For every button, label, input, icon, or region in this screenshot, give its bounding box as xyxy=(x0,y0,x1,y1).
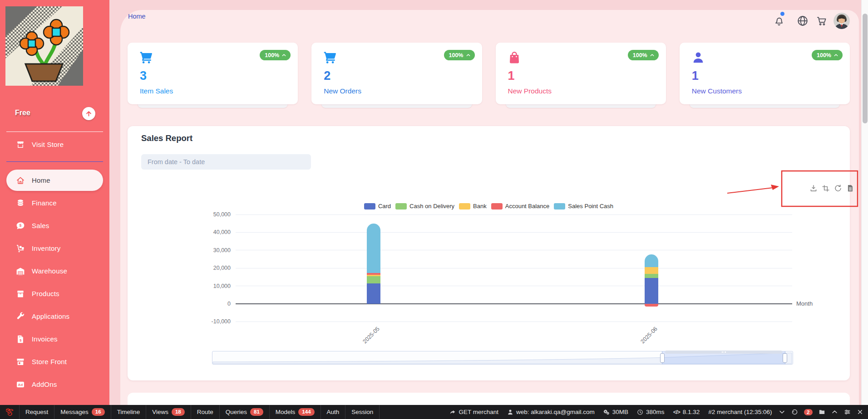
sidebar-item-invoices[interactable]: $Invoices xyxy=(6,328,103,350)
sidebar-item-label: Home xyxy=(32,176,50,184)
caret-up-icon xyxy=(833,53,838,58)
bell-icon[interactable] xyxy=(773,15,785,27)
folder-icon[interactable] xyxy=(819,409,825,415)
bar-2025-05-sales-point-cash[interactable] xyxy=(367,224,380,273)
data-zoom-slider[interactable] xyxy=(212,351,793,365)
debugbar-tab-label: Queries xyxy=(226,409,247,415)
pixel-flower-logo xyxy=(5,6,83,86)
percent-badge-label: 100% xyxy=(449,52,464,58)
legend-item-sales-point-cash[interactable]: Sales Point Cash xyxy=(554,203,613,210)
stat-card[interactable]: 100%1New Customers xyxy=(680,43,850,104)
sidebar-item-applications[interactable]: Applications xyxy=(6,306,103,327)
sidebar-item-label: Finance xyxy=(32,199,57,207)
bar-2025-06-card[interactable] xyxy=(645,278,658,304)
zoom-handle-left[interactable] xyxy=(660,353,665,363)
history-icon[interactable] xyxy=(791,409,798,415)
debugbar-tab-request[interactable]: Request xyxy=(20,405,54,419)
percent-badge: 100% xyxy=(444,50,475,60)
zoom-window-grip[interactable] xyxy=(665,351,782,354)
data-zoom-icon[interactable] xyxy=(822,184,830,192)
debugbar-tab-label: Messages xyxy=(60,409,89,415)
history-count-badge: 2 xyxy=(804,409,813,415)
code-icon: </> xyxy=(673,409,680,415)
sidebar-item-store-front[interactable]: Store Front xyxy=(6,351,103,372)
status-30mb[interactable]: 30MB xyxy=(603,409,628,415)
percent-badge: 100% xyxy=(260,50,291,60)
sidebar-item-visit-store[interactable]: Visit Store xyxy=(0,134,109,155)
chevron-up-icon[interactable] xyxy=(831,409,838,415)
sidebar-item-home[interactable]: Home xyxy=(6,170,103,191)
debugbar-tab-queries[interactable]: Queries81 xyxy=(220,405,270,419)
cart-icon xyxy=(139,51,153,64)
stat-card[interactable]: 100%3Item Sales xyxy=(128,43,298,104)
sidebar-item-sales[interactable]: $Sales xyxy=(6,215,103,236)
status-380ms[interactable]: 380ms xyxy=(637,409,665,415)
zoom-window[interactable] xyxy=(662,351,785,364)
debugbar-tab-timeline[interactable]: Timeline xyxy=(111,405,147,419)
close-icon[interactable] xyxy=(857,409,863,415)
chevron-down-icon[interactable] xyxy=(779,409,785,415)
bar-2025-05-account-balance[interactable] xyxy=(367,273,380,275)
percent-badge-label: 100% xyxy=(633,52,647,58)
debugbar-tab-route[interactable]: Route xyxy=(191,405,220,419)
stat-value: 1 xyxy=(508,69,515,83)
legend-item-account-balance[interactable]: Account Balance xyxy=(491,203,550,210)
sidebar-item-inventory[interactable]: Inventory xyxy=(6,238,103,259)
download-icon[interactable] xyxy=(809,184,818,192)
bar-2025-05-cash-on-delivery[interactable] xyxy=(367,276,380,283)
legend-item-bank[interactable]: Bank xyxy=(459,203,487,210)
count-badge: 16 xyxy=(92,408,105,416)
upgrade-button[interactable] xyxy=(82,107,95,120)
debugbar-tab-session[interactable]: Session xyxy=(345,405,380,419)
debugbar-tab-auth[interactable]: Auth xyxy=(321,405,346,419)
data-view-icon[interactable] xyxy=(846,184,854,192)
count-badge: 144 xyxy=(298,408,314,416)
bar-2025-06-bank[interactable] xyxy=(645,267,658,274)
stat-card[interactable]: 100%2New Orders xyxy=(311,43,482,104)
status-get-merchant[interactable]: GET merchant xyxy=(449,409,498,415)
sidebar-item-products[interactable]: Products xyxy=(6,283,103,304)
bar-2025-05-bank[interactable] xyxy=(367,275,380,276)
avatar-image xyxy=(833,13,850,29)
legend-item-cash-on-delivery[interactable]: Cash on Delivery xyxy=(395,203,454,210)
svg-text:$: $ xyxy=(19,223,21,228)
bar-2025-06-account-balance[interactable] xyxy=(645,304,658,307)
legend-swatch xyxy=(395,203,407,210)
sliders-icon[interactable] xyxy=(844,409,851,415)
zoom-handle-right[interactable] xyxy=(783,353,787,363)
sidebar-item-addons[interactable]: AdAddOns xyxy=(6,374,103,395)
legend-swatch xyxy=(554,203,565,210)
debugbar-tab-views[interactable]: Views18 xyxy=(146,405,191,419)
status-label: web: alkaraki.qa@gmail.com xyxy=(516,409,595,415)
restore-icon[interactable] xyxy=(834,184,842,192)
date-range-input[interactable] xyxy=(141,154,311,170)
debugbar-tab-models[interactable]: Models144 xyxy=(270,405,321,419)
stat-label: New Orders xyxy=(324,87,361,95)
stat-card[interactable]: 100%1New Products xyxy=(496,43,666,104)
comment-dollar-icon: $ xyxy=(16,221,25,230)
bar-2025-05-card[interactable] xyxy=(367,283,380,304)
cart-icon[interactable] xyxy=(816,15,828,27)
debugbar-tab-label: Auth xyxy=(327,409,340,415)
sidebar-item-finance[interactable]: Finance xyxy=(6,192,103,214)
legend-item-card[interactable]: Card xyxy=(364,203,391,210)
breadcrumb[interactable]: Home xyxy=(128,13,146,20)
status-web-alkaraki-qa-gmail-com[interactable]: web: alkaraki.qa@gmail.com xyxy=(507,409,595,415)
stat-card-new-customers: 100%1New Customers xyxy=(680,43,850,104)
debugbar-tab-messages[interactable]: Messages16 xyxy=(54,405,111,419)
avatar[interactable] xyxy=(833,13,850,29)
globe-icon[interactable] xyxy=(797,15,809,27)
storefront-icon xyxy=(16,140,25,149)
sidebar-item-label: Products xyxy=(32,290,59,297)
box-icon xyxy=(16,289,25,298)
sidebar-item-warehouse[interactable]: Warehouse xyxy=(6,260,103,282)
scrollbar-track[interactable] xyxy=(861,0,868,405)
status-8-1-32[interactable]: </>8.1.32 xyxy=(673,409,700,415)
divider xyxy=(6,161,103,162)
status--2-merchant-12-35-06-[interactable]: #2 merchant (12:35:06) xyxy=(708,409,772,415)
bar-2025-06-cash-on-delivery[interactable] xyxy=(645,274,658,278)
scrollbar-thumb[interactable] xyxy=(863,14,868,123)
bar-2025-06-sales-point-cash[interactable] xyxy=(645,254,658,267)
debugbar-controls: 2 xyxy=(779,405,868,419)
stats-row: 100%3Item Sales100%2New Orders100%1New P… xyxy=(128,43,850,104)
